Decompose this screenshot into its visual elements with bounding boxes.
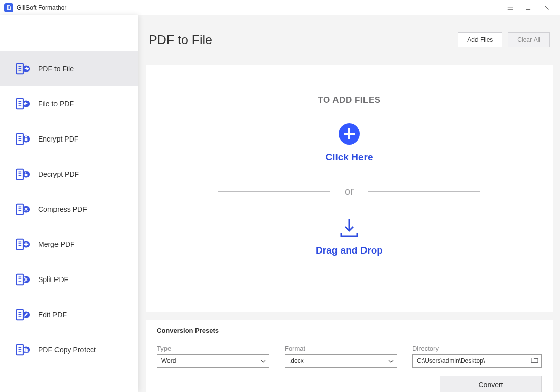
- sidebar-item-pdf-to-file[interactable]: PDF to File: [0, 51, 138, 86]
- sidebar-item-label: Edit PDF: [38, 311, 67, 319]
- titlebar: GiliSoft Formathor: [0, 0, 560, 15]
- svg-rect-20: [17, 344, 23, 355]
- directory-value: C:\Users\admin\Desktop\: [417, 357, 485, 365]
- svg-rect-2: [17, 98, 23, 109]
- svg-rect-0: [17, 63, 23, 74]
- sidebar-item-file-to-pdf[interactable]: File to PDF: [0, 86, 138, 121]
- svg-rect-10: [17, 204, 23, 214]
- page-header: PDF to File Add Files Clear All: [138, 15, 560, 65]
- sidebar-item-label: File to PDF: [38, 100, 74, 108]
- sidebar-item-decrypt-pdf[interactable]: Decrypt PDF: [0, 156, 138, 191]
- sidebar-item-encrypt-pdf[interactable]: Encrypt PDF: [0, 121, 138, 156]
- download-icon: [338, 218, 360, 240]
- compress-pdf-icon: [15, 202, 31, 217]
- chevron-down-icon: [261, 357, 266, 365]
- type-select[interactable]: Word: [157, 354, 269, 368]
- sidebar-item-label: Compress PDF: [38, 205, 87, 213]
- app-title: GiliSoft Formathor: [17, 4, 66, 11]
- sidebar-item-label: PDF Copy Protect: [38, 346, 96, 354]
- type-label: Type: [157, 345, 269, 352]
- merge-pdf-icon: [15, 237, 31, 252]
- drop-zone[interactable]: TO ADD FILES Click Here or Drag and Drop: [146, 65, 553, 312]
- to-add-files-heading: TO ADD FILES: [318, 95, 380, 105]
- or-divider: or: [146, 186, 553, 198]
- svg-rect-4: [17, 133, 23, 144]
- directory-field[interactable]: C:\Users\admin\Desktop\: [412, 354, 542, 368]
- minimize-icon[interactable]: [519, 0, 538, 15]
- svg-rect-18: [17, 309, 23, 320]
- sidebar-item-split-pdf[interactable]: Split PDF: [0, 262, 138, 297]
- sidebar-item-pdf-copy-protect[interactable]: PDF Copy Protect: [0, 332, 138, 367]
- app-logo-icon: [4, 3, 13, 12]
- page-title: PDF to File: [149, 33, 458, 47]
- decrypt-pdf-icon: [15, 166, 31, 182]
- sidebar-item-label: Decrypt PDF: [38, 170, 79, 178]
- edit-pdf-icon: [15, 307, 31, 322]
- sidebar-item-label: Merge PDF: [38, 240, 75, 248]
- drag-and-drop-text: Drag and Drop: [316, 245, 383, 256]
- clear-all-button[interactable]: Clear All: [508, 32, 550, 47]
- or-text: or: [345, 186, 354, 198]
- sidebar-item-label: Encrypt PDF: [38, 135, 78, 143]
- pdf-copy-protect-icon: [15, 342, 31, 357]
- format-value: .docx: [289, 357, 304, 365]
- sidebar-item-label: PDF to File: [38, 65, 74, 73]
- sidebar-item-edit-pdf[interactable]: Edit PDF: [0, 297, 138, 332]
- file-to-pdf-icon: [15, 96, 31, 111]
- sidebar-item-compress-pdf[interactable]: Compress PDF: [0, 191, 138, 227]
- format-select[interactable]: .docx: [285, 354, 397, 368]
- svg-rect-6: [25, 138, 28, 141]
- chevron-down-icon: [388, 357, 394, 365]
- encrypt-pdf-icon: [15, 131, 31, 147]
- sidebar-item-merge-pdf[interactable]: Merge PDF: [0, 227, 138, 262]
- main-content: PDF to File Add Files Clear All TO ADD F…: [138, 15, 560, 392]
- svg-rect-7: [17, 169, 23, 179]
- svg-rect-14: [17, 274, 23, 285]
- type-value: Word: [161, 357, 176, 365]
- svg-rect-12: [17, 239, 23, 249]
- add-files-button[interactable]: Add Files: [458, 32, 502, 47]
- hamburger-icon[interactable]: [501, 0, 519, 15]
- format-label: Format: [285, 345, 397, 352]
- sidebar: PDF to File File to PDF Encrypt PDF Decr…: [0, 15, 138, 392]
- add-file-plus-icon[interactable]: [339, 123, 360, 145]
- svg-rect-9: [25, 174, 28, 176]
- pdf-to-file-icon: [15, 61, 31, 76]
- split-pdf-icon: [15, 272, 31, 287]
- click-here-link[interactable]: Click Here: [326, 152, 373, 163]
- conversion-presets-panel: Conversion Presets Type Word Format .doc…: [146, 320, 553, 392]
- convert-button[interactable]: Convert: [440, 376, 542, 392]
- close-icon[interactable]: [538, 0, 556, 15]
- directory-label: Directory: [412, 345, 542, 352]
- presets-title: Conversion Presets: [157, 327, 542, 334]
- folder-icon[interactable]: [531, 357, 538, 365]
- svg-rect-23: [25, 349, 29, 353]
- sidebar-item-label: Split PDF: [38, 275, 68, 284]
